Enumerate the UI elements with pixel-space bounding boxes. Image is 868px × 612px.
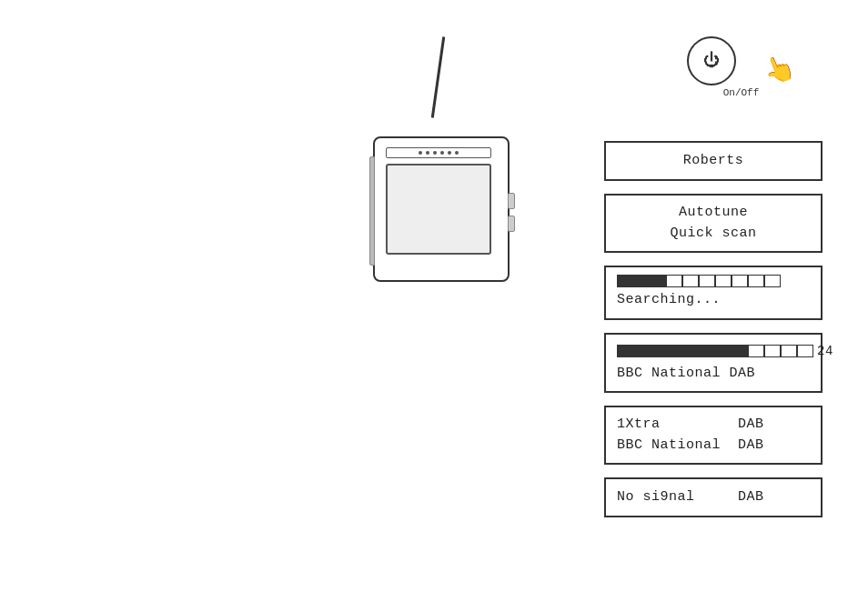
power-area: ⏻ 👆 On/Off <box>687 36 795 98</box>
radio-dot <box>426 151 429 155</box>
prog-seg-3 <box>650 275 666 287</box>
power-label: On/Off <box>723 87 760 98</box>
display-autotune: Autotune Quick scan <box>604 194 823 253</box>
display-roberts-text: Roberts <box>617 151 810 172</box>
bbc-seg-4 <box>666 345 682 357</box>
bbc-seg-6 <box>699 345 715 357</box>
prog-seg-2 <box>633 275 650 287</box>
radio-side-button-1[interactable] <box>508 193 515 209</box>
bbc-seg-1 <box>617 345 633 357</box>
bbc-seg-2 <box>633 345 650 357</box>
radio-top-bar <box>386 147 491 158</box>
prog-seg-7 <box>715 275 732 287</box>
display-searching: Searching... <box>604 266 823 320</box>
prog-seg-10 <box>764 275 781 287</box>
1xtra-line2: BBC National DAB <box>617 436 810 456</box>
bbc-seg-8 <box>732 345 748 357</box>
bbc-seg-9 <box>748 345 764 357</box>
display-no-signal: No si9nal DAB <box>604 477 823 517</box>
prog-seg-4 <box>666 275 682 287</box>
searching-text: Searching... <box>617 292 721 307</box>
radio-side-strip <box>369 156 375 266</box>
bbc-seg-11 <box>781 345 797 357</box>
radio-dot <box>433 151 437 155</box>
no-signal-text: No si9nal DAB <box>617 487 810 508</box>
prog-seg-5 <box>682 275 699 287</box>
bbc-seg-3 <box>650 345 666 357</box>
radio-dot <box>419 151 422 155</box>
bbc-seg-7 <box>715 345 732 357</box>
displays-panel: Roberts Autotune Quick scan Searching... <box>604 141 823 517</box>
radio-dot <box>455 151 459 155</box>
bbc-seg-12 <box>797 345 813 357</box>
bbc-progress-bar <box>617 345 813 357</box>
bbc-seg-5 <box>682 345 699 357</box>
radio-side-button-2[interactable] <box>508 216 515 232</box>
power-button[interactable]: ⏻ <box>687 36 736 85</box>
radio-dot <box>440 151 444 155</box>
display-1xtra: 1Xtra DAB BBC National DAB <box>604 406 823 465</box>
searching-progress-bar <box>617 275 810 287</box>
bbc-progress-row: 24 <box>617 342 810 361</box>
radio-screen <box>386 164 491 255</box>
prog-seg-8 <box>732 275 748 287</box>
bbc-national-text: BBC National DAB <box>617 366 755 381</box>
bbc-count: 24 <box>817 342 833 361</box>
power-icon: ⏻ <box>703 53 720 69</box>
display-autotune-line1: Autotune <box>617 203 810 224</box>
hand-icon: 👆 <box>759 50 800 90</box>
radio-dot <box>448 151 451 155</box>
radio-illustration <box>355 109 537 291</box>
display-roberts: Roberts <box>604 141 823 181</box>
prog-seg-1 <box>617 275 633 287</box>
bbc-seg-10 <box>764 345 781 357</box>
radio-antenna <box>431 36 445 118</box>
prog-seg-6 <box>699 275 715 287</box>
display-autotune-line2: Quick scan <box>617 224 810 245</box>
radio-body <box>373 136 510 282</box>
1xtra-line1: 1Xtra DAB <box>617 415 810 436</box>
display-bbc-national: 24 BBC National DAB <box>604 333 823 394</box>
prog-seg-9 <box>748 275 764 287</box>
